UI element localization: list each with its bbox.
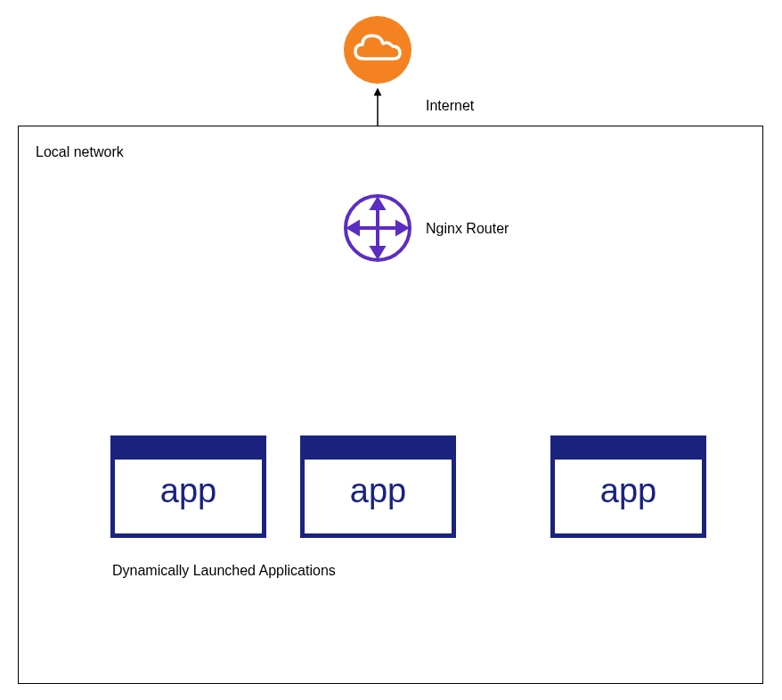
cloud-node bbox=[342, 14, 413, 85]
diagram-canvas: { "labels": { "internet": "Internet", "l… bbox=[0, 0, 782, 700]
internet-label: Internet bbox=[426, 98, 474, 114]
app-box-2: app bbox=[300, 435, 456, 538]
cloud-icon bbox=[342, 14, 413, 85]
app-label: app bbox=[305, 472, 452, 510]
app-box-3: app bbox=[550, 435, 706, 538]
apps-caption: Dynamically Launched Applications bbox=[112, 563, 336, 579]
app-label: app bbox=[555, 472, 702, 510]
app-titlebar bbox=[305, 440, 452, 460]
app-box-1: app bbox=[110, 435, 266, 538]
app-label: app bbox=[115, 472, 262, 510]
local-network-label: Local network bbox=[36, 144, 124, 160]
app-titlebar bbox=[555, 440, 702, 460]
router-icon bbox=[342, 192, 413, 264]
router-label: Nginx Router bbox=[426, 221, 509, 237]
app-titlebar bbox=[115, 440, 262, 460]
router-node bbox=[342, 192, 413, 264]
